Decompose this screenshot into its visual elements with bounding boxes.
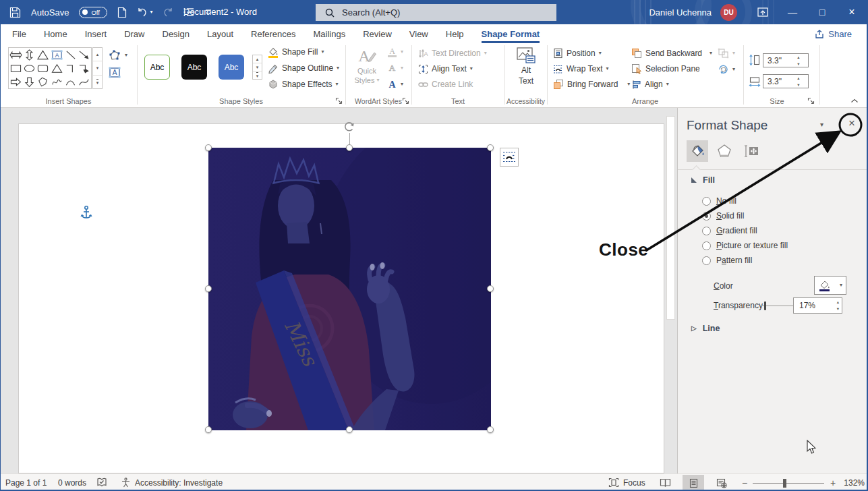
tab-view[interactable]: View <box>409 24 428 43</box>
minimize-button[interactable]: — <box>778 0 807 24</box>
resize-handle-middle-left[interactable] <box>205 285 212 292</box>
height-spinner[interactable]: ▴ ▾ <box>793 54 804 67</box>
transparency-slider-track[interactable] <box>761 306 793 306</box>
shape-line-arrow-icon[interactable] <box>78 48 91 61</box>
web-layout-button[interactable] <box>711 475 732 491</box>
selected-shape[interactable]: Miss <box>208 148 491 430</box>
shape-rounded-rectangle-icon[interactable] <box>36 61 50 75</box>
autosave-toggle[interactable]: Off <box>79 7 107 18</box>
shape-outline-button[interactable]: Shape Outline ▾ <box>268 61 339 75</box>
shape-style-swatch-1[interactable]: Abc <box>144 55 170 80</box>
alt-text-button[interactable]: Alt Text <box>510 47 542 86</box>
shape-block-arrow-right-icon[interactable] <box>9 75 22 88</box>
tab-shape-format[interactable]: Shape Format <box>482 24 540 43</box>
transparency-slider-handle[interactable] <box>764 301 766 310</box>
resize-handle-top-left[interactable] <box>205 144 212 151</box>
size-dialog-launcher-icon[interactable] <box>807 97 815 105</box>
fill-option-solid-fill[interactable]: Solid fill <box>702 210 744 222</box>
shape-height-input[interactable] <box>763 55 793 66</box>
layout-options-button[interactable] <box>500 148 519 167</box>
avatar[interactable]: DU <box>720 4 737 21</box>
resize-handle-top-right[interactable] <box>487 144 494 151</box>
shape-freeform-icon[interactable] <box>36 75 50 88</box>
shape-rectangle-icon[interactable] <box>9 61 22 75</box>
spinner-up-icon[interactable]: ▴ <box>797 54 799 61</box>
panel-tab-layout-properties[interactable] <box>741 140 762 162</box>
resize-handle-bottom-middle[interactable] <box>346 426 353 433</box>
accessibility-status-button[interactable]: Accessibility: Investigate <box>121 474 223 491</box>
style-scroll-up-button[interactable]: ▴ <box>253 55 262 63</box>
style-more-button[interactable]: ▾ <box>253 71 262 79</box>
panel-tab-fill-line[interactable] <box>687 140 708 162</box>
shape-elbow-arrow-connector-icon[interactable] <box>78 61 91 75</box>
gallery-scroll-down-button[interactable]: ▾ <box>93 61 102 75</box>
shape-arrow-left-right-icon[interactable] <box>9 48 22 61</box>
edit-shape-button[interactable]: ▾ <box>108 49 127 62</box>
radio-icon[interactable] <box>702 241 711 250</box>
word-count[interactable]: 0 words <box>58 474 86 491</box>
shape-curve-icon[interactable] <box>78 75 91 88</box>
zoom-out-button[interactable]: − <box>742 474 747 491</box>
read-mode-button[interactable] <box>654 475 676 491</box>
fill-color-button[interactable]: ▾ <box>814 276 846 295</box>
tab-draw[interactable]: Draw <box>124 24 144 43</box>
style-scroll-down-button[interactable]: ▾ <box>253 63 262 71</box>
vertical-scrollbar-thumb[interactable] <box>666 116 675 320</box>
resize-handle-top-middle[interactable] <box>346 144 353 151</box>
zoom-in-button[interactable]: + <box>830 474 836 491</box>
shape-styles-dialog-launcher-icon[interactable] <box>335 97 343 105</box>
fill-option-pattern-fill[interactable]: Pattern fill <box>702 254 752 266</box>
shape-style-swatch-2[interactable]: Abc <box>181 55 207 80</box>
shape-block-arrow-down-icon[interactable] <box>22 75 36 88</box>
shape-isoceles-triangle-icon[interactable] <box>50 61 63 75</box>
shape-arrow-up-down-icon[interactable] <box>22 48 36 61</box>
resize-handle-bottom-right[interactable] <box>487 426 494 433</box>
shape-text-box-icon[interactable]: A <box>50 48 63 61</box>
shape-effects-button[interactable]: Shape Effects ▾ <box>268 78 339 91</box>
shape-line-icon[interactable] <box>63 48 77 61</box>
shape-scribble-icon[interactable] <box>50 75 63 88</box>
line-section-header[interactable]: ▷ Line <box>691 324 720 333</box>
draw-text-box-button[interactable]: A <box>108 65 121 79</box>
tab-home[interactable]: Home <box>44 24 67 43</box>
share-button[interactable]: Share <box>815 24 852 43</box>
shape-triangle-icon[interactable] <box>36 48 50 61</box>
width-spinner[interactable]: ▴ ▾ <box>793 75 804 88</box>
shape-elbow-connector-icon[interactable] <box>63 61 77 75</box>
window-close-button[interactable]: × <box>837 0 867 24</box>
save-icon[interactable] <box>9 7 21 18</box>
gallery-more-button[interactable]: ▾ <box>93 76 102 88</box>
focus-mode-button[interactable]: Focus <box>608 474 645 491</box>
send-backward-button[interactable]: Send Backward ▾ <box>631 47 712 60</box>
fill-option-picture-fill[interactable]: Picture or texture fill <box>702 239 788 252</box>
shape-oval-icon[interactable] <box>22 61 36 75</box>
proofing-status-button[interactable] <box>96 474 107 491</box>
panel-close-button[interactable]: × <box>844 115 860 132</box>
align-button[interactable]: Align ▾ <box>631 78 669 91</box>
radio-icon[interactable] <box>702 227 711 235</box>
selection-pane-button[interactable]: Selection Pane <box>631 62 700 76</box>
gallery-scroll-up-button[interactable]: ▴ <box>93 48 102 61</box>
bring-forward-button[interactable]: Bring Forward ▾ <box>553 78 630 91</box>
zoom-slider-track[interactable] <box>753 483 824 484</box>
fill-section-header[interactable]: Fill <box>691 175 715 185</box>
user-name[interactable]: Daniel Uchenna <box>649 7 712 18</box>
search-input[interactable] <box>341 7 536 18</box>
shape-width-input[interactable] <box>763 76 793 87</box>
shape-style-swatch-3[interactable]: Abc <box>219 55 244 80</box>
tab-insert[interactable]: Insert <box>85 24 107 43</box>
position-button[interactable]: Position ▾ <box>553 47 602 60</box>
print-layout-button[interactable] <box>683 475 704 491</box>
panel-tab-effects[interactable] <box>714 140 735 162</box>
tab-design[interactable]: Design <box>163 24 190 43</box>
tab-help[interactable]: Help <box>446 24 464 43</box>
resize-handle-middle-right[interactable] <box>487 285 494 292</box>
shape-arc-icon[interactable] <box>63 75 77 88</box>
radio-icon[interactable] <box>702 197 711 206</box>
spinner-down-icon[interactable]: ▾ <box>797 61 799 67</box>
tab-review[interactable]: Review <box>363 24 392 43</box>
spinner-up-icon[interactable]: ▴ <box>797 75 799 82</box>
panel-options-caret-icon[interactable]: ▾ <box>820 121 823 128</box>
radio-icon[interactable] <box>702 256 711 265</box>
text-effects-button[interactable]: A ▾ <box>387 78 403 91</box>
